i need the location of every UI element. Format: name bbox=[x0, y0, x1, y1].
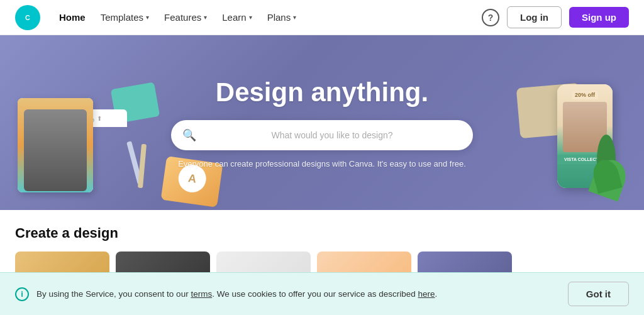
terms-link[interactable]: terms bbox=[191, 289, 212, 299]
search-bar[interactable]: 🔍 What would you like to design? bbox=[171, 120, 473, 150]
cookie-text-middle: . We use cookies to offer you our servic… bbox=[212, 289, 418, 299]
here-link[interactable]: here bbox=[418, 289, 435, 299]
got-it-button[interactable]: Got it bbox=[568, 282, 629, 306]
hero-content: Design anything. 🔍 What would you like t… bbox=[133, 77, 511, 169]
templates-chevron-icon: ▾ bbox=[146, 14, 149, 21]
login-button[interactable]: Log in bbox=[507, 6, 562, 28]
cookie-banner: i By using the Service, you consent to o… bbox=[0, 272, 644, 315]
plans-chevron-icon: ▾ bbox=[293, 14, 296, 21]
hero-section: 📎 ⬆ A 20% off VISTA COLLECTO... bbox=[0, 35, 644, 210]
navbar: C Home Templates ▾ Features ▾ Learn ▾ Pl… bbox=[0, 0, 644, 35]
nav-links: Home Templates ▾ Features ▾ Learn ▾ Plan… bbox=[53, 8, 482, 26]
learn-chevron-icon: ▾ bbox=[249, 14, 252, 21]
features-chevron-icon: ▾ bbox=[204, 14, 207, 21]
cookie-text-suffix: . bbox=[435, 289, 438, 299]
help-icon[interactable]: ? bbox=[482, 9, 499, 26]
cookie-text-prefix: By using the Service, you consent to our bbox=[36, 289, 191, 299]
nav-learn[interactable]: Learn ▾ bbox=[216, 8, 258, 26]
cookie-text: By using the Service, you consent to our… bbox=[36, 289, 560, 299]
info-icon: i bbox=[15, 287, 29, 301]
svg-text:C: C bbox=[25, 14, 30, 21]
search-icon: 🔍 bbox=[182, 128, 196, 142]
signup-button[interactable]: Sign up bbox=[569, 7, 629, 28]
nav-templates[interactable]: Templates ▾ bbox=[94, 8, 155, 26]
hero-subtitle: Everyone can create professional designs… bbox=[178, 159, 466, 169]
hero-title: Design anything. bbox=[216, 77, 428, 108]
nav-home[interactable]: Home bbox=[53, 8, 92, 26]
nav-features[interactable]: Features ▾ bbox=[158, 8, 213, 26]
nav-plans[interactable]: Plans ▾ bbox=[261, 8, 303, 26]
canva-logo[interactable]: C bbox=[15, 5, 40, 30]
navbar-right: ? Log in Sign up bbox=[482, 6, 629, 28]
search-input[interactable]: What would you like to design? bbox=[203, 130, 462, 140]
create-design-title: Create a design bbox=[15, 225, 629, 241]
